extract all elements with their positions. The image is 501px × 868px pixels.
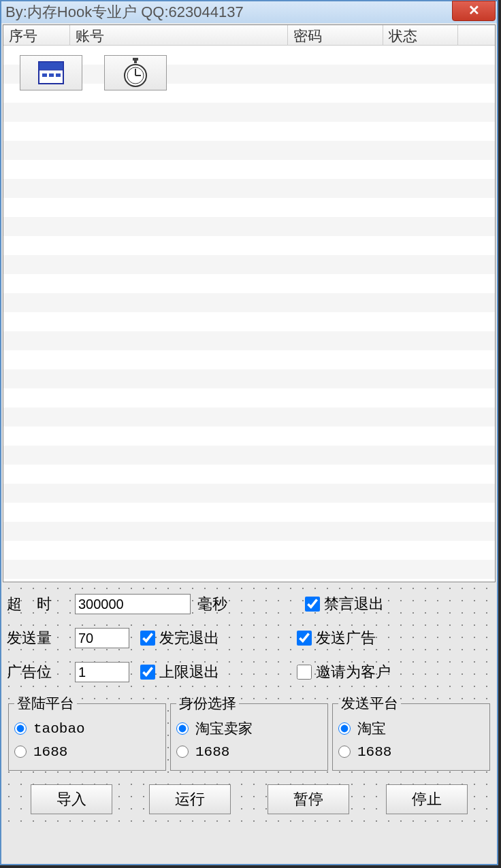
listview-body[interactable] xyxy=(3,46,495,582)
titlebar[interactable]: By:内存Hook专业户 QQ:623044137 ✕ xyxy=(1,1,497,23)
send-platform-legend: 发送平台 xyxy=(338,694,401,713)
ad-pos-input[interactable] xyxy=(75,662,129,682)
app-window: By:内存Hook专业户 QQ:623044137 ✕ 序号 账号 密码 状态 xyxy=(0,0,498,865)
radio-identity-seller[interactable]: 淘宝卖家 xyxy=(176,717,322,740)
chk-ban-exit-box[interactable] xyxy=(305,597,320,612)
group-identity: 身份选择 淘宝卖家 1688 xyxy=(170,694,328,771)
stopwatch-button[interactable] xyxy=(104,55,167,90)
timeout-input[interactable] xyxy=(75,594,191,614)
row-send-count: 发送量 发完退出 发送广告 xyxy=(7,623,491,653)
chk-send-ad-label: 发送广告 xyxy=(316,628,376,648)
chk-limit-exit[interactable]: 上限退出 xyxy=(140,662,270,682)
chk-ban-exit-label: 禁言退出 xyxy=(324,594,384,614)
group-login-platform: 登陆平台 taobao 1688 xyxy=(8,694,166,771)
stopwatch-icon xyxy=(122,58,149,88)
window-title: By:内存Hook专业户 QQ:623044137 xyxy=(5,2,244,22)
radio-identity-1688[interactable]: 1688 xyxy=(176,740,322,763)
row-ad-pos: 广告位 上限退出 邀请为客户 xyxy=(7,657,491,687)
svg-rect-2 xyxy=(42,73,47,77)
chk-invite[interactable]: 邀请为客户 xyxy=(297,662,391,682)
ad-pos-label: 广告位 xyxy=(7,662,69,682)
settings-panel: 超 时 毫秒 禁言退出 发送量 发完退出 发送广告 xyxy=(3,582,496,822)
col-spacer xyxy=(458,25,495,46)
account-listview[interactable]: 序号 账号 密码 状态 xyxy=(3,24,496,582)
import-button[interactable]: 导入 xyxy=(31,784,112,814)
identity-legend: 身份选择 xyxy=(176,694,239,713)
stop-button[interactable]: 停止 xyxy=(386,784,468,814)
col-index[interactable]: 序号 xyxy=(3,25,70,46)
calendar-icon xyxy=(38,61,64,84)
radio-send-1688[interactable]: 1688 xyxy=(338,740,484,763)
chk-limit-exit-box[interactable] xyxy=(140,665,155,680)
send-count-input[interactable] xyxy=(75,628,129,648)
col-account[interactable]: 账号 xyxy=(70,25,288,46)
svg-rect-4 xyxy=(56,73,61,77)
chk-ban-exit[interactable]: 禁言退出 xyxy=(305,594,384,614)
close-button[interactable]: ✕ xyxy=(452,1,496,21)
radio-login-1688[interactable]: 1688 xyxy=(14,740,160,763)
row-timeout: 超 时 毫秒 禁言退出 xyxy=(7,589,491,619)
group-row: 登陆平台 taobao 1688 身份选择 淘宝卖家 xyxy=(7,691,491,773)
action-buttons: 导入 运行 暂停 停止 xyxy=(7,773,491,820)
chk-invite-label: 邀请为客户 xyxy=(316,662,391,682)
chk-send-ad-box[interactable] xyxy=(297,631,312,646)
radio-login-taobao[interactable]: taobao xyxy=(14,717,160,740)
pause-button[interactable]: 暂停 xyxy=(268,784,349,814)
timeout-label: 超 时 xyxy=(7,594,69,614)
client-area: 序号 账号 密码 状态 xyxy=(1,23,497,864)
svg-rect-6 xyxy=(134,61,137,63)
calendar-button[interactable] xyxy=(20,55,82,90)
login-platform-legend: 登陆平台 xyxy=(14,694,77,713)
svg-rect-1 xyxy=(39,62,63,70)
run-button[interactable]: 运行 xyxy=(149,784,231,814)
col-status[interactable]: 状态 xyxy=(383,25,458,46)
chk-limit-exit-label: 上限退出 xyxy=(159,662,219,682)
listview-header: 序号 账号 密码 状态 xyxy=(3,25,495,46)
chk-finish-exit-box[interactable] xyxy=(140,631,155,646)
chk-invite-box[interactable] xyxy=(297,665,312,680)
col-password[interactable]: 密码 xyxy=(288,25,383,46)
svg-rect-3 xyxy=(49,73,54,77)
timeout-unit: 毫秒 xyxy=(197,594,272,614)
chk-send-ad[interactable]: 发送广告 xyxy=(297,628,376,648)
chk-finish-exit[interactable]: 发完退出 xyxy=(140,628,270,648)
group-send-platform: 发送平台 淘宝 1688 xyxy=(332,694,490,771)
svg-rect-5 xyxy=(133,58,138,61)
radio-send-taobao[interactable]: 淘宝 xyxy=(338,717,484,740)
chk-finish-exit-label: 发完退出 xyxy=(159,628,219,648)
send-count-label: 发送量 xyxy=(7,628,69,648)
